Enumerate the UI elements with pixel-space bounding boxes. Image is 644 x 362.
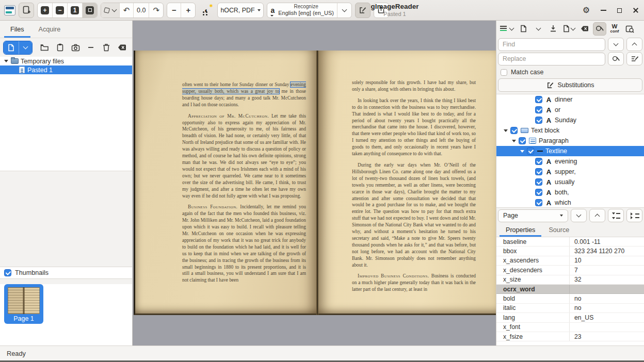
expander-icon[interactable] (520, 150, 524, 153)
find-replace-button[interactable] (593, 22, 606, 36)
open-menu-button[interactable] (19, 41, 32, 54)
save-output-button[interactable] (546, 22, 560, 36)
ocr-tree-item-paragraph[interactable]: Paragraph (496, 136, 644, 146)
item-checkbox[interactable] (527, 147, 534, 155)
rotate-mode-dropdown[interactable] (101, 3, 120, 18)
property-row-bold[interactable]: boldno (496, 294, 644, 303)
open-file-button[interactable] (4, 41, 19, 54)
document-canvas[interactable]: often went to their home for Sunday dinn… (133, 21, 496, 345)
expander-icon[interactable] (4, 60, 8, 62)
item-checkbox[interactable] (535, 117, 542, 124)
maximize-button[interactable] (617, 8, 622, 13)
next-item-button[interactable] (571, 209, 587, 222)
close-button[interactable] (633, 7, 639, 13)
collapse-all-button[interactable] (626, 209, 642, 222)
add-page-button[interactable] (19, 3, 34, 18)
tab-properties[interactable]: Properties (500, 223, 541, 237)
match-case-checkbox[interactable] (501, 69, 507, 76)
ocr-tree-item-sunday[interactable]: ASunday (496, 115, 644, 125)
zoom-out-button[interactable]: − (53, 3, 68, 18)
rotate-right-button[interactable]: ↷ (149, 3, 163, 18)
property-row-x_font[interactable]: x_font (496, 323, 644, 332)
expander-icon[interactable] (504, 129, 508, 132)
ocr-tree-item-or[interactable]: Aor (496, 105, 644, 115)
show-confidence-button[interactable]: W conf (608, 22, 621, 36)
ocr-tree-item-which[interactable]: Awhich (496, 198, 644, 208)
open-output-button[interactable] (517, 22, 530, 36)
recognize-button[interactable]: a Recognize English [eng] (en_US) (267, 3, 337, 18)
output-mode-dropdown[interactable]: hOCR, PDF (217, 3, 264, 18)
item-checkbox[interactable] (535, 106, 542, 113)
substitutions-label: Substitutions (558, 81, 594, 89)
window-title: gImageReader (356, 3, 433, 11)
replace-all-button[interactable] (626, 52, 642, 65)
paste-button[interactable] (53, 41, 68, 55)
rotation-value[interactable]: 0.0 (134, 3, 149, 18)
substitutions-button[interactable]: Substitutions (498, 78, 642, 92)
settings-gear-icon[interactable]: ⚙ (583, 6, 590, 14)
find-input[interactable] (498, 38, 605, 51)
zoom-original-button[interactable]: 1 (68, 3, 83, 18)
ocr-tree-item-textline[interactable]: Textline (496, 146, 644, 156)
property-row-baseline[interactable]: baseline0.001 -11 (496, 237, 644, 246)
ocr-tree-item-both[interactable]: Aboth, (496, 187, 644, 198)
page-selector-dropdown[interactable]: Page (498, 209, 568, 222)
item-checkbox[interactable] (535, 158, 542, 165)
tab-source[interactable]: Source (542, 223, 575, 237)
item-checkbox[interactable] (510, 127, 518, 134)
thumbnail-page-1[interactable]: Page 1 (4, 284, 43, 324)
property-row-bbox[interactable]: bbox323 234 1120 270 (496, 246, 644, 256)
property-row-x_fsize[interactable]: x_fsize23 (496, 332, 644, 341)
screenshot-button[interactable] (69, 41, 83, 55)
remove-source-button[interactable] (84, 41, 98, 55)
tab-acquire[interactable]: Acquire (33, 21, 67, 38)
property-row-x_ascenders[interactable]: x_ascenders10 (496, 256, 644, 266)
previous-item-button[interactable] (589, 209, 605, 222)
expander-icon[interactable] (512, 140, 516, 142)
ocr-tree-item-usually[interactable]: Ausually (496, 177, 644, 187)
find-next-button[interactable] (608, 38, 624, 51)
replace-input[interactable] (498, 53, 605, 65)
property-row-ocrx_word[interactable]: ocrx_word (496, 285, 644, 294)
increment-button[interactable]: + (181, 3, 195, 18)
clear-output-button[interactable] (578, 22, 591, 36)
export-output-button[interactable] (561, 22, 576, 36)
item-checkbox[interactable] (535, 96, 542, 103)
tab-files[interactable]: Files (4, 21, 30, 38)
expand-all-button[interactable] (608, 209, 624, 222)
preview-button[interactable] (623, 22, 636, 36)
item-checkbox[interactable] (535, 189, 542, 196)
item-checkbox[interactable] (535, 199, 542, 206)
collapse-all-icon (631, 212, 639, 219)
property-row-lang[interactable]: langen_US (496, 313, 644, 322)
ocr-tree-item-text-block[interactable]: Text block (496, 125, 644, 136)
zoom-in-button[interactable]: + (38, 3, 53, 18)
replace-button[interactable] (608, 52, 624, 65)
minimize-button[interactable] (601, 10, 606, 11)
tree-row-pasted-1[interactable]: Pasted 1 (0, 65, 132, 74)
recognize-menu-button[interactable] (337, 3, 351, 18)
rotate-left-button[interactable]: ↶ (120, 3, 134, 18)
zoom-fit-button[interactable] (83, 3, 97, 18)
item-checkbox[interactable] (535, 168, 542, 175)
ocr-tree-item-supper[interactable]: Asupper, (496, 167, 644, 177)
property-row-x_size[interactable]: x_size32 (496, 275, 644, 285)
item-checkbox[interactable] (519, 137, 526, 144)
tree-row-temporary-files[interactable]: Temporary files (0, 57, 132, 65)
open-folder-button[interactable] (38, 41, 52, 55)
item-checkbox[interactable] (535, 178, 542, 186)
ocr-tree-item-evening[interactable]: Aevening (496, 156, 644, 167)
ocr-tree-item-dinner[interactable]: Adinner (496, 94, 644, 105)
delete-source-button[interactable] (99, 41, 114, 55)
clear-sources-button[interactable] (115, 41, 129, 55)
decrement-button[interactable]: − (167, 3, 181, 18)
item-label: Textline (545, 147, 567, 155)
thumbnails-checkbox[interactable] (4, 269, 11, 276)
display-controls-button[interactable]: ◐ ✱ (199, 3, 214, 18)
property-row-italic[interactable]: italicno (496, 304, 644, 313)
insert-mode-button[interactable] (498, 22, 515, 36)
thumbnails-header: Thumbnails (0, 267, 132, 279)
find-previous-button[interactable] (626, 38, 642, 51)
open-output-menu-button[interactable] (532, 22, 545, 36)
property-row-x_descenders[interactable]: x_descenders7 (496, 266, 644, 275)
